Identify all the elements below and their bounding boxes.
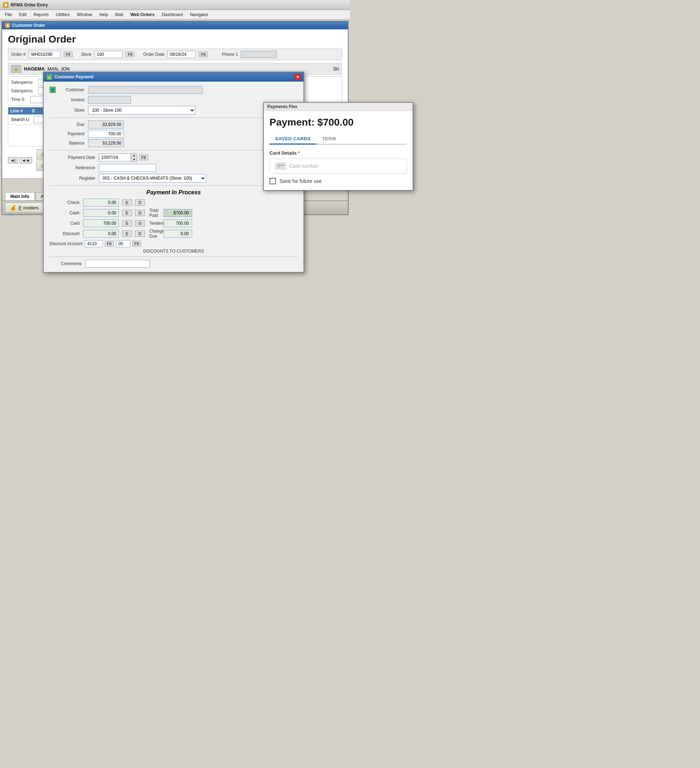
- discounts-desc: DISCOUNTS TO CUSTOMERS: [50, 249, 298, 254]
- app-icon: 📋: [3, 2, 9, 8]
- table-body: [8, 125, 342, 146]
- order-number-input[interactable]: [29, 51, 61, 58]
- customer-name-display: MAN, JON: [48, 66, 333, 72]
- window-title: Customer Order: [12, 23, 45, 28]
- combine-label: Combine: [240, 182, 257, 187]
- move-button[interactable]: ✛ Move: [263, 180, 287, 189]
- menu-reports[interactable]: Reports: [31, 11, 51, 18]
- attachments-label: Attachments: [105, 205, 129, 210]
- discount-account-code-input[interactable]: [116, 240, 130, 247]
- order-date-f8-button[interactable]: F8: [199, 51, 208, 57]
- bottom-action-row: D AND FINISH ⇒← Combine ✛ Move 🚚 Ship To…: [2, 178, 348, 191]
- receipts-button[interactable]: 🧾 Receipts: [172, 203, 207, 213]
- time-s-input[interactable]: [30, 96, 84, 103]
- menu-file[interactable]: File: [2, 11, 15, 18]
- save-finish-label: D AND FINISH: [187, 182, 218, 187]
- card-d-button[interactable]: D: [135, 220, 145, 227]
- discount-account-row: Discount Account F8 F8: [50, 240, 298, 247]
- comments-label: Comments: [50, 261, 85, 266]
- schedule-pro-icon: 📅: [50, 204, 57, 211]
- store-f8-button[interactable]: F8: [126, 51, 134, 57]
- menu-utilities[interactable]: Utilities: [53, 11, 73, 18]
- menu-edit[interactable]: Edit: [16, 11, 29, 18]
- salesperson-input-1[interactable]: [38, 79, 92, 86]
- discount-account-f8-2-button[interactable]: F8: [133, 241, 141, 246]
- change-due-input: [163, 230, 192, 238]
- tab-main-info[interactable]: Main Info: [5, 192, 35, 200]
- move-label: Move: [272, 182, 283, 187]
- menu-bar: File Edit Reports Utilities Window Help …: [0, 10, 350, 19]
- save-finish-button[interactable]: D AND FINISH: [182, 180, 222, 189]
- hageman-label: HAGEMA: [24, 66, 45, 72]
- tab-additional-info[interactable]: Additional Info: [35, 192, 74, 200]
- menu-mail[interactable]: Mail: [112, 11, 126, 18]
- salesperson-label-1: Salesperso: [11, 80, 33, 85]
- menu-navigator[interactable]: Navigator: [187, 11, 211, 18]
- ter-button[interactable]: ⊕ Ter: [37, 161, 57, 171]
- change-due-label: Change Due: [149, 229, 162, 239]
- order-f8-button[interactable]: F8: [64, 51, 73, 57]
- salesperson-label-2: Salesperso: [11, 88, 33, 93]
- discount-e-button[interactable]: E: [122, 230, 132, 237]
- ship-to-button[interactable]: 🚚 Ship To: [289, 180, 319, 189]
- menu-window[interactable]: Window: [74, 11, 95, 18]
- discount-label: Discount: [50, 231, 82, 236]
- time-s-label: Time S: [11, 97, 25, 102]
- phone-label: Phone 1: [222, 52, 238, 57]
- title-bar: 📋 RFMS Order Entry: [0, 0, 350, 10]
- table-area: Line # S Search Li: [8, 107, 342, 146]
- schedule-pro-label: Schedule Pro: [59, 205, 85, 210]
- discount-input[interactable]: [83, 230, 119, 238]
- search-li-label: Search Li: [11, 117, 29, 122]
- salesperson-section: Salesperso Salesperso Time S: [8, 76, 342, 106]
- nav-first-button[interactable]: ◄|: [8, 157, 18, 163]
- tendered-input: [163, 219, 192, 227]
- lock-icon: 🔒: [11, 65, 21, 73]
- ins-button[interactable]: ⊕ Ins: [37, 149, 57, 160]
- phone-input[interactable]: [241, 51, 276, 58]
- card-e-button[interactable]: E: [122, 220, 132, 227]
- discount-d-button[interactable]: D: [135, 230, 145, 237]
- web-icon: 🌐: [325, 182, 331, 187]
- tendered-label: Tendered: [149, 221, 162, 226]
- insert-area: ⊕ Ins ⊕ Ter: [37, 149, 57, 171]
- ao-cm-icon: 📋: [140, 204, 147, 211]
- ter-label: Ter: [47, 163, 53, 168]
- time-s-row: Time S: [11, 95, 339, 104]
- co-label: Co: [62, 157, 68, 163]
- ins-label: Ins: [47, 152, 53, 157]
- order-date-input[interactable]: [167, 51, 196, 58]
- store-label: Store: [81, 52, 92, 57]
- ao-cm-button[interactable]: 📋 A0 / CM: [136, 203, 169, 213]
- discount-account-f8-button[interactable]: F8: [105, 241, 114, 246]
- discount-account-number-input[interactable]: [85, 240, 103, 247]
- web-button[interactable]: 🌐 Web: [321, 180, 345, 189]
- attachments-button[interactable]: 📎 Attachments: [92, 203, 134, 213]
- customer-info-row: 🔒 HAGEMA MAN, JON Sh: [8, 63, 342, 75]
- page-title: Original Order: [8, 34, 342, 45]
- ship-to-partial: Sh: [333, 66, 339, 72]
- menu-dashboard[interactable]: Dashboard: [159, 11, 186, 18]
- menu-web-orders[interactable]: Web Orders: [128, 11, 157, 18]
- app-window-title-bar: 📋 Customer Order: [2, 21, 348, 29]
- menu-help[interactable]: Help: [96, 11, 111, 18]
- ter-icon: ⊕: [40, 162, 45, 169]
- providers-label: roviders: [23, 205, 38, 210]
- order-date-label: Order Date: [143, 52, 164, 57]
- card-input[interactable]: [83, 219, 119, 227]
- salesperson-row-1: Salesperso: [11, 78, 339, 86]
- comments-row: Comments: [50, 260, 298, 268]
- col-line-num: Line #: [10, 109, 32, 114]
- tab-hold-info[interactable]: Hold Info: [74, 192, 102, 200]
- search-li-input[interactable]: [33, 116, 105, 123]
- app-window: 📋 Customer Order Original Order Order # …: [2, 21, 348, 215]
- table-header: Line # S: [8, 107, 342, 115]
- comments-input[interactable]: [85, 260, 150, 268]
- salesperson-input-2[interactable]: [38, 87, 92, 94]
- store-input[interactable]: [94, 51, 123, 58]
- nav-prev-button[interactable]: ◄◄: [19, 157, 32, 163]
- move-icon: ✛: [267, 182, 270, 187]
- combine-button[interactable]: ⇒← Combine: [225, 180, 261, 189]
- schedule-pro-button[interactable]: 📅 Schedule Pro: [45, 203, 89, 213]
- providers-button[interactable]: 💰 Providers: [5, 203, 43, 213]
